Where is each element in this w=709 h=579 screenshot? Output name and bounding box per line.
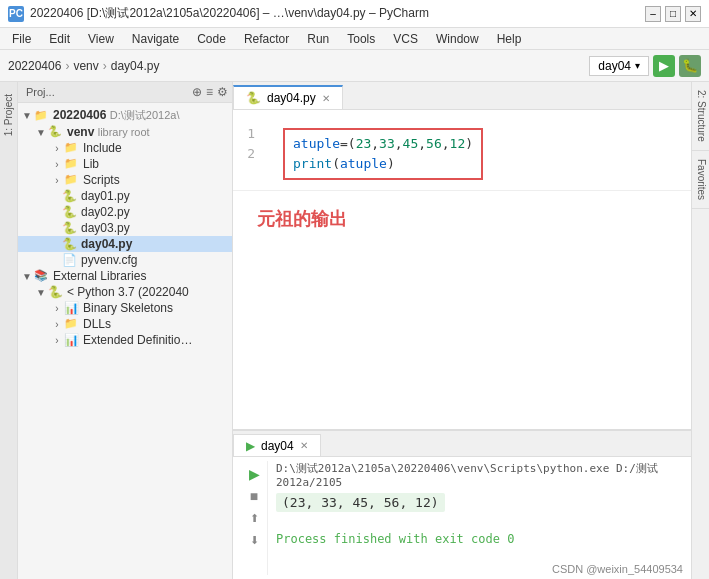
run-path-text: D:\测试2012a\2105a\20220406\venv\Scripts\p… — [276, 461, 683, 489]
dll-icon: 📁 — [64, 317, 80, 331]
tab-label: day04.py — [267, 91, 316, 105]
title-bar-text: 20220406 [D:\测试2012a\2105a\20220406] – …… — [30, 5, 429, 22]
folder-icon: 📁 — [64, 173, 80, 187]
code-line-1: atuple=(23,33,45,56,12) — [293, 134, 473, 154]
tree-label: < Python 3.7 (2022040 — [67, 285, 189, 299]
structure-tab-label: 2: Structure — [692, 82, 709, 151]
tree-item-day02[interactable]: 🐍 day02.py — [18, 204, 232, 220]
editor-tab-day04[interactable]: 🐍 day04.py ✕ — [233, 85, 343, 109]
debug-button[interactable]: 🐛 — [679, 55, 701, 77]
breadcrumb-file[interactable]: day04.py — [111, 59, 160, 73]
tree-label: pyvenv.cfg — [81, 253, 137, 267]
menu-file[interactable]: File — [4, 30, 39, 48]
breadcrumb-root[interactable]: 20220406 — [8, 59, 61, 73]
output-annotation: 元祖的输出 — [233, 190, 691, 270]
project-tab[interactable]: Proj... — [22, 84, 59, 100]
tree-label: day02.py — [81, 205, 130, 219]
code-editor[interactable]: 1 2 atuple=(23,33,45,56,12) print(atupl — [233, 110, 691, 429]
tree-label: day03.py — [81, 221, 130, 235]
expand-icon: ▼ — [20, 110, 34, 121]
editor-area: 🐍 day04.py ✕ 1 2 — [233, 82, 691, 429]
python-icon: 🐍 — [48, 285, 64, 299]
folder-icon: 📁 — [64, 141, 80, 155]
minimize-button[interactable]: – — [645, 6, 661, 22]
scroll-down-button[interactable]: ⬇ — [245, 531, 263, 549]
tree-item-skeletons[interactable]: › 📊 Binary Skeletons — [18, 300, 232, 316]
tree-label: venv library root — [67, 125, 150, 139]
expand-icon: › — [50, 335, 64, 346]
app-icon: PC — [8, 6, 24, 22]
project-tab-label: 1: Project — [3, 94, 14, 136]
add-icon[interactable]: ⊕ — [192, 85, 202, 99]
tree-label: Lib — [83, 157, 99, 171]
tree-item-day04[interactable]: 🐍 day04.py — [18, 236, 232, 252]
tree-item-venv[interactable]: ▼ 🐍 venv library root — [18, 124, 232, 140]
tree-item-day03[interactable]: 🐍 day03.py — [18, 220, 232, 236]
run-again-button[interactable]: ▶ — [245, 465, 263, 483]
menu-view[interactable]: View — [80, 30, 122, 48]
code-box[interactable]: atuple=(23,33,45,56,12) print(atuple) — [283, 128, 483, 180]
run-tab[interactable]: ▶ day04 ✕ — [233, 434, 321, 456]
tree-label: day04.py — [81, 237, 132, 251]
tree-item-pyvenv[interactable]: 📄 pyvenv.cfg — [18, 252, 232, 268]
menu-help[interactable]: Help — [489, 30, 530, 48]
tree-item-external[interactable]: ▼ 📚 External Libraries — [18, 268, 232, 284]
menu-refactor[interactable]: Refactor — [236, 30, 297, 48]
tree-label: Include — [83, 141, 122, 155]
expand-icon: ▼ — [34, 127, 48, 138]
cfg-file-icon: 📄 — [62, 253, 78, 267]
tree-label: External Libraries — [53, 269, 146, 283]
settings-icon[interactable]: ⚙ — [217, 85, 228, 99]
py-file-icon: 🐍 — [62, 221, 78, 235]
run-tab-close-icon[interactable]: ✕ — [300, 440, 308, 451]
tree-item-extdef[interactable]: › 📊 Extended Definitio… — [18, 332, 232, 348]
menu-navigate[interactable]: Navigate — [124, 30, 187, 48]
menu-code[interactable]: Code — [189, 30, 234, 48]
favorites-tab-label: Favorites — [692, 151, 709, 209]
folder-icon: 📁 — [64, 157, 80, 171]
project-sidebar: Proj... ⊕ ≡ ⚙ ▼ 📁 20220406 D:\测试2012a\ ▼… — [18, 82, 233, 579]
process-finished-text: Process finished with exit code 0 — [276, 532, 683, 546]
tab-close-icon[interactable]: ✕ — [322, 93, 330, 104]
tree-item-python[interactable]: ▼ 🐍 < Python 3.7 (2022040 — [18, 284, 232, 300]
run-button[interactable]: ▶ — [653, 55, 675, 77]
bottom-content: ▶ ■ ⬆ ⬇ D:\测试2012a\2105a\20220406\venv\S… — [233, 457, 691, 579]
output-box: (23, 33, 45, 56, 12) — [276, 493, 445, 512]
chevron-down-icon: ▾ — [635, 60, 640, 71]
venv-icon: 🐍 — [48, 125, 64, 139]
menu-tools[interactable]: Tools — [339, 30, 383, 48]
py-icon: 🐍 — [246, 91, 261, 105]
run-config-selector[interactable]: day04 ▾ — [589, 56, 649, 76]
tree-label: Scripts — [83, 173, 120, 187]
structure-panel-tab[interactable]: 2: Structure Favorites — [691, 82, 709, 579]
toolbar: 20220406 › venv › day04.py day04 ▾ ▶ 🐛 — [0, 50, 709, 82]
skeleton-icon: 📊 — [64, 301, 80, 315]
run-side-controls: ▶ ■ ⬆ ⬇ — [241, 461, 268, 575]
menu-window[interactable]: Window — [428, 30, 487, 48]
maximize-button[interactable]: □ — [665, 6, 681, 22]
run-tab-icon: ▶ — [246, 439, 255, 453]
expand-icon: › — [50, 175, 64, 186]
menu-vcs[interactable]: VCS — [385, 30, 426, 48]
sync-icon[interactable]: ≡ — [206, 85, 213, 99]
project-panel-tab[interactable]: 1: Project — [0, 82, 18, 579]
scroll-up-button[interactable]: ⬆ — [245, 509, 263, 527]
annotation-text: 元祖的输出 — [257, 209, 347, 229]
tree-item-root[interactable]: ▼ 📁 20220406 D:\测试2012a\ — [18, 107, 232, 124]
line-number-1: 1 — [241, 124, 255, 144]
menu-run[interactable]: Run — [299, 30, 337, 48]
code-line-2: print(atuple) — [293, 154, 473, 174]
expand-icon: › — [50, 159, 64, 170]
tree-item-scripts[interactable]: › 📁 Scripts — [18, 172, 232, 188]
close-button[interactable]: ✕ — [685, 6, 701, 22]
editor-tabs: 🐍 day04.py ✕ — [233, 82, 691, 110]
tree-item-lib[interactable]: › 📁 Lib — [18, 156, 232, 172]
watermark: CSDN @weixin_54409534 — [552, 563, 683, 575]
stop-button[interactable]: ■ — [245, 487, 263, 505]
tree-item-day01[interactable]: 🐍 day01.py — [18, 188, 232, 204]
breadcrumb-venv[interactable]: venv — [73, 59, 98, 73]
menu-edit[interactable]: Edit — [41, 30, 78, 48]
run-config-label: day04 — [598, 59, 631, 73]
tree-item-dlls[interactable]: › 📁 DLLs — [18, 316, 232, 332]
tree-item-include[interactable]: › 📁 Include — [18, 140, 232, 156]
